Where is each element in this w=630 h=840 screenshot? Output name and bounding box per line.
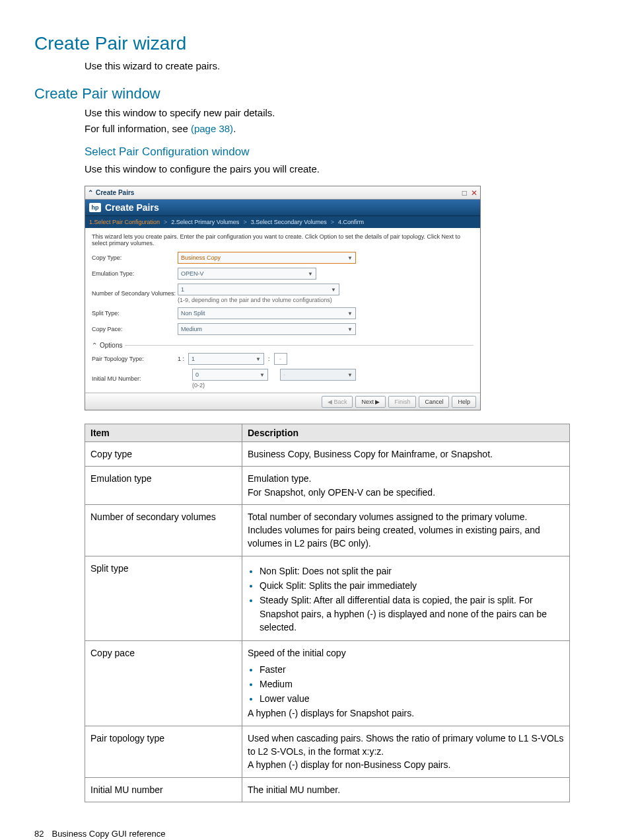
emulation-type-select[interactable]: OPEN-V▼: [178, 268, 316, 280]
table-row: Copy type Business Copy, Business Copy f…: [85, 442, 570, 467]
initial-mu-tail-select: -▼: [280, 369, 356, 381]
split-type-select[interactable]: Non Split▼: [178, 307, 356, 319]
next-button[interactable]: Next ▶: [355, 396, 386, 408]
chevron-down-icon: ▼: [256, 356, 261, 362]
footer-text: Business Copy GUI reference: [52, 829, 165, 839]
page-link[interactable]: (page 38): [191, 123, 233, 134]
hp-logo: hp: [89, 203, 101, 212]
wizard-footer: ◀ Back Next ▶ Finish Cancel Help: [85, 393, 480, 410]
cancel-button[interactable]: Cancel: [419, 396, 449, 408]
chevron-down-icon: ▼: [331, 287, 336, 293]
collapse-icon[interactable]: ⌃: [88, 189, 93, 196]
cell-desc: Emulation type. For Snapshot, only OPEN-…: [242, 467, 570, 505]
collapse-icon: ⌃: [92, 342, 97, 349]
chevron-down-icon: ▼: [308, 271, 313, 277]
wizard-desc: Use this wizard to create pairs.: [85, 58, 596, 73]
chevron-down-icon: ▼: [260, 372, 265, 378]
topology-prefix: 1 :: [178, 356, 184, 362]
table-row: Pair topology type Used when cascading p…: [85, 726, 570, 777]
see-more: For full information, see (page 38).: [85, 121, 596, 136]
cell-desc: Total number of secondary volumes assign…: [242, 504, 570, 556]
table-row: Split type Non Split: Does not split the…: [85, 556, 570, 640]
table-row: Initial MU number The initial MU number.: [85, 777, 570, 802]
close-icon[interactable]: ✕: [471, 188, 477, 198]
window-titlebar: ⌃ Create Pairs □ ✕: [85, 186, 480, 200]
breadcrumb-step-2: 2.Select Primary Volumes: [171, 219, 239, 225]
description-table: Item Description Copy type Business Copy…: [85, 424, 570, 802]
cell-desc: Speed of the initial copy Faster Medium …: [242, 641, 570, 726]
num-secondary-select[interactable]: 1▼: [178, 284, 339, 295]
label-initial-mu: Initial MU Number:: [92, 375, 178, 382]
th-item: Item: [85, 424, 242, 442]
wizard-screenshot: ⌃ Create Pairs □ ✕ hp Create Pairs 1.Sel…: [85, 186, 481, 410]
window-title: Create Pairs: [96, 189, 458, 196]
wizard-instructions: This wizard lets you create pairs. Enter…: [92, 233, 473, 247]
options-section[interactable]: ⌃ Options: [92, 342, 473, 349]
label-split-type: Split Type:: [92, 310, 178, 317]
breadcrumb-step-3: 3.Select Secondary Volumes: [251, 219, 327, 225]
label-emulation-type: Emulation Type:: [92, 270, 178, 277]
cell-item: Emulation type: [85, 467, 242, 505]
cell-desc: Used when cascading pairs. Shows the rat…: [242, 726, 570, 777]
finish-button: Finish: [388, 396, 416, 408]
breadcrumb-step-1: 1.Select Pair Configuration: [89, 219, 160, 225]
cell-item: Pair topology type: [85, 726, 242, 777]
th-description: Description: [242, 424, 570, 442]
label-copy-pace: Copy Pace:: [92, 326, 178, 332]
cell-desc: The initial MU number.: [242, 777, 570, 802]
initial-mu-hint: (0-2): [192, 382, 473, 389]
back-button: ◀ Back: [322, 396, 353, 408]
cell-item: Number of secondary volumes: [85, 504, 242, 556]
subsection-desc: Use this window to configure the pairs y…: [85, 161, 596, 176]
label-pair-topology: Pair Topology Type:: [92, 356, 178, 362]
topology-select-1[interactable]: 1▼: [188, 353, 264, 365]
cell-item: Copy type: [85, 442, 242, 467]
cell-desc: Non Split: Does not split the pair Quick…: [242, 556, 570, 640]
cell-item: Initial MU number: [85, 777, 242, 802]
chevron-down-icon: ▼: [347, 326, 353, 332]
chevron-down-icon: ▼: [347, 311, 353, 317]
copy-pace-select[interactable]: Medium▼: [178, 323, 356, 335]
banner: hp Create Pairs: [85, 200, 480, 215]
window-desc: Use this window to specify new pair deta…: [85, 105, 596, 120]
cell-item: Split type: [85, 556, 242, 640]
table-row: Number of secondary volumes Total number…: [85, 504, 570, 556]
topology-sep: :: [268, 356, 270, 362]
page-footer: 82 Business Copy GUI reference: [34, 829, 596, 839]
chevron-down-icon: ▼: [347, 255, 353, 261]
copy-type-select[interactable]: Business Copy▼: [178, 252, 356, 264]
subsection-select-pair-config: Select Pair Configuration window: [85, 145, 596, 159]
table-row: Copy pace Speed of the initial copy Fast…: [85, 641, 570, 726]
topology-tail: -: [274, 353, 287, 365]
table-row: Emulation type Emulation type. For Snaps…: [85, 467, 570, 505]
num-secondary-hint: (1-9, depending on the pair and the volu…: [178, 297, 473, 303]
label-num-secondary: Number of Secondary Volumes:: [92, 290, 178, 297]
cell-desc: Business Copy, Business Copy for Mainfra…: [242, 442, 570, 467]
page-number: 82: [34, 829, 44, 839]
cell-item: Copy pace: [85, 641, 242, 726]
maximize-icon[interactable]: □: [462, 188, 467, 198]
breadcrumb-step-4: 4.Confirm: [338, 219, 364, 225]
chevron-down-icon: ▼: [347, 372, 353, 378]
initial-mu-select[interactable]: 0▼: [192, 369, 268, 381]
section-create-pair-window: Create Pair window: [34, 85, 596, 102]
banner-title: Create Pairs: [105, 202, 159, 213]
help-button[interactable]: Help: [452, 396, 476, 408]
breadcrumb: 1.Select Pair Configuration > 2.Select P…: [85, 215, 480, 228]
page-title: Create Pair wizard: [34, 33, 596, 54]
label-copy-type: Copy Type:: [92, 254, 178, 261]
